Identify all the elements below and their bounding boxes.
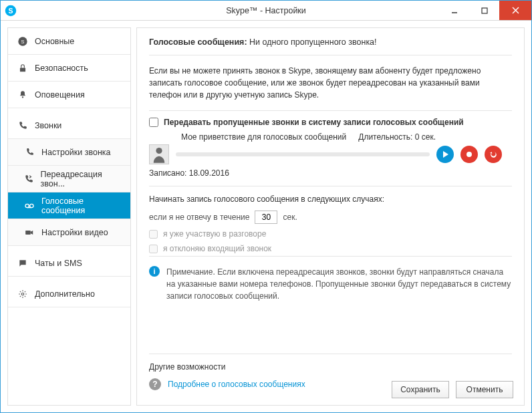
header-prefix: Голосовые сообщения: <box>149 37 247 47</box>
settings-window: S Skype™ - Настройки S Основные Безопасн… <box>0 0 532 413</box>
voicemail-help-link[interactable]: Подробнее о голосовых сообщениях <box>168 380 305 389</box>
sidebar-item-label: Переадресация звон... <box>41 170 121 188</box>
lock-icon <box>17 63 28 74</box>
forward-check-row: Передавать пропущенные звонки в систему … <box>149 111 512 132</box>
greeting-duration: Длительность: 0 сек. <box>358 132 436 142</box>
panel-header: Голосовые сообщения: Ни одного пропущенн… <box>149 35 512 55</box>
svg-point-15 <box>156 148 162 154</box>
svg-text:S: S <box>21 38 25 44</box>
sidebar-item-notifications[interactable]: Оповещения <box>8 82 130 108</box>
svg-point-11 <box>30 204 33 207</box>
sidebar-item-label: Оповещения <box>35 90 85 100</box>
cancel-button[interactable]: Отменить <box>456 381 513 398</box>
intro-text: Если вы не можете принять звонок в Skype… <box>149 55 512 111</box>
record-button[interactable] <box>460 146 478 163</box>
content-panel: Голосовые сообщения: Ни одного пропущенн… <box>136 27 525 406</box>
cond2-label: я уже участвую в разговоре <box>163 229 266 239</box>
cond3-label: я отклоняю входящий звонок <box>163 244 271 253</box>
chat-icon <box>17 258 28 269</box>
reset-button[interactable] <box>485 146 502 163</box>
cond2-checkbox[interactable] <box>149 230 158 239</box>
cond1-seconds-input[interactable] <box>255 211 277 224</box>
sidebar-item-voicemail[interactable]: Голосовые сообщения <box>8 192 130 219</box>
sidebar-item-label: Основные <box>35 37 74 46</box>
gear-icon <box>17 289 28 299</box>
voicemail-icon <box>24 200 35 211</box>
svg-rect-13 <box>25 231 31 235</box>
skype-icon: S <box>5 5 17 17</box>
info-icon: i <box>149 266 160 277</box>
footer-buttons: Сохранить Отменить <box>392 381 513 398</box>
sidebar-item-security[interactable]: Безопасность <box>8 55 130 82</box>
sidebar-item-label: Настройки звонка <box>41 148 111 157</box>
svg-point-14 <box>21 293 24 295</box>
play-button[interactable] <box>436 146 454 163</box>
titlebar[interactable]: S Skype™ - Настройки <box>1 1 531 21</box>
note-text: Примечание. Если включена переадресация … <box>166 266 512 302</box>
cond-in-call-row: я уже участвую в разговоре <box>149 227 512 241</box>
help-icon: ? <box>149 378 161 390</box>
header-suffix: Ни одного пропущенного звонка! <box>247 37 377 47</box>
svg-text:S: S <box>8 6 13 14</box>
sidebar: S Основные Безопасность Оповещения Звонк… <box>7 27 131 406</box>
sidebar-item-video-settings[interactable]: Настройки видео <box>8 219 130 246</box>
cond-decline-row: я отклоняю входящий звонок <box>149 241 512 256</box>
greeting-block: Мое приветствие для голосовых сообщений … <box>149 132 512 186</box>
minimize-button[interactable] <box>439 1 469 20</box>
cond1-prefix: если я не отвечу в течение <box>149 213 249 222</box>
cond1-suffix: сек. <box>283 213 297 222</box>
forward-icon <box>24 174 34 184</box>
svg-point-9 <box>22 96 23 98</box>
avatar <box>149 144 169 164</box>
greeting-label: Мое приветствие для голосовых сообщений <box>181 132 346 142</box>
save-button[interactable]: Сохранить <box>392 381 449 398</box>
phone-icon <box>17 120 28 131</box>
progress-bar[interactable] <box>176 152 430 156</box>
note-box: i Примечание. Если включена переадресаци… <box>149 256 512 311</box>
svg-rect-3 <box>482 8 487 13</box>
player-row <box>149 144 512 164</box>
sidebar-item-calls[interactable]: Звонки <box>8 112 130 139</box>
svg-rect-8 <box>20 67 25 72</box>
body: S Основные Безопасность Оповещения Звонк… <box>1 21 531 412</box>
forward-check-label: Передавать пропущенные звонки в систему … <box>164 118 464 127</box>
sidebar-item-label: Безопасность <box>35 63 88 73</box>
camera-icon <box>24 227 35 238</box>
sidebar-item-call-forwarding[interactable]: Переадресация звон... <box>8 166 130 192</box>
sidebar-item-label: Звонки <box>35 121 61 130</box>
cond-noanswer-row: если я не отвечу в течение сек. <box>149 208 512 227</box>
sidebar-item-label: Голосовые сообщения <box>41 196 121 215</box>
bell-icon <box>17 90 28 100</box>
window-controls <box>439 1 531 20</box>
sidebar-item-label: Чаты и SMS <box>35 259 82 268</box>
other-label: Другие возможности <box>149 362 512 372</box>
close-button[interactable] <box>499 1 531 20</box>
svg-point-16 <box>467 152 472 157</box>
recorded-text: Записано: 18.09.2016 <box>149 164 512 186</box>
cond3-checkbox[interactable] <box>149 245 158 253</box>
phone-icon <box>24 147 35 158</box>
svg-point-10 <box>25 204 29 207</box>
forward-checkbox[interactable] <box>149 118 158 127</box>
sidebar-item-advanced[interactable]: Дополнительно <box>8 281 130 307</box>
sidebar-item-chats-sms[interactable]: Чаты и SMS <box>8 250 130 277</box>
maximize-button[interactable] <box>469 1 499 20</box>
skype-s-icon: S <box>17 36 28 47</box>
sidebar-item-general[interactable]: S Основные <box>8 28 130 55</box>
sidebar-item-label: Дополнительно <box>35 289 95 299</box>
sidebar-item-call-settings[interactable]: Настройки звонка <box>8 139 130 166</box>
start-recording-label: Начинать запись голосового сообщения в с… <box>149 186 512 208</box>
sidebar-item-label: Настройки видео <box>41 228 108 237</box>
